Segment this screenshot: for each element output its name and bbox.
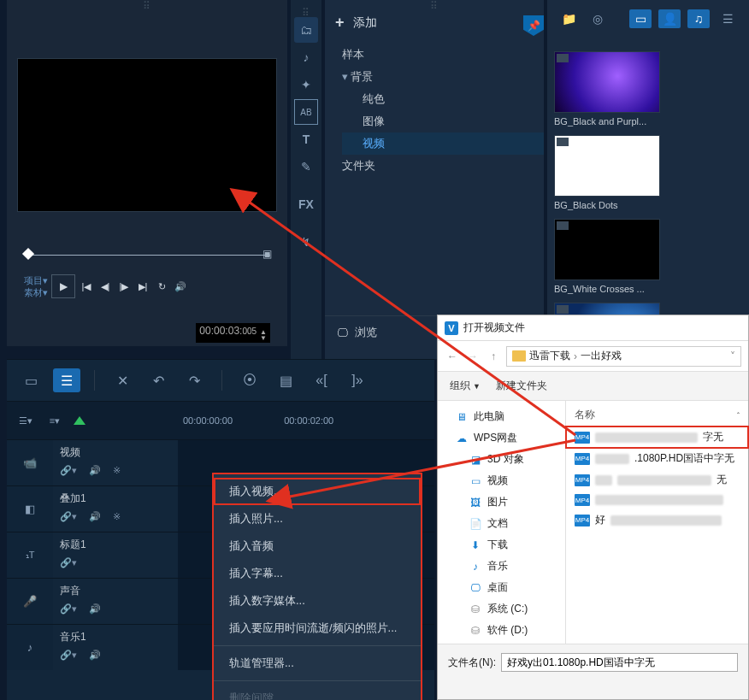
plus-icon[interactable]: + <box>335 14 345 32</box>
add-track-icon[interactable] <box>74 416 86 425</box>
address-bar[interactable]: 迅雷下载 › 一出好戏 ˅ <box>506 346 741 367</box>
filename-input[interactable] <box>501 653 738 672</box>
track-height-icon[interactable]: ≡▾ <box>44 412 65 429</box>
tree-item-video[interactable]: 视频 <box>342 132 544 155</box>
side-d-drive[interactable]: ⛁软件 (D:) <box>438 620 565 641</box>
redo-icon[interactable]: ↷ <box>180 368 208 392</box>
nav-forward-icon[interactable]: → <box>465 349 481 364</box>
file-row[interactable]: MP4 好 <box>566 509 748 531</box>
link-icon[interactable]: 🔗▾ <box>60 603 77 615</box>
music-track-icon[interactable]: ♪ <box>7 625 53 670</box>
library-item[interactable]: BG_Black Dots <box>554 135 660 210</box>
side-c-drive[interactable]: ⛁系统 (C:) <box>438 598 565 620</box>
ctx-insert-timelapse[interactable]: 插入要应用时间流逝/频闪的照片... <box>214 615 421 642</box>
side-this-pc[interactable]: 🖥此电脑 <box>438 406 565 427</box>
mixer-icon[interactable]: ▤ <box>272 368 299 392</box>
crop-icon[interactable]: ▣ <box>262 248 274 260</box>
project-mode-label[interactable]: 项目▾ <box>24 274 48 286</box>
storyboard-view-icon[interactable]: ▭ <box>17 368 44 392</box>
filter-video-icon[interactable]: ▭ <box>629 9 652 28</box>
ctx-insert-video[interactable]: 插入视频... <box>214 478 421 505</box>
ctx-track-manager[interactable]: 轨道管理器... <box>214 650 421 677</box>
side-wps[interactable]: ☁WPS网盘 <box>438 427 565 449</box>
filter-audio-icon[interactable]: ♫ <box>687 9 710 28</box>
fx-icon[interactable]: ※ <box>113 465 121 476</box>
marker-right-icon[interactable]: ]» <box>344 368 371 392</box>
step-forward-button[interactable]: |▶ <box>116 279 132 294</box>
loop-button[interactable]: ↻ <box>154 279 169 294</box>
nav-up-icon[interactable]: ↑ <box>486 349 501 364</box>
capture-icon[interactable]: ◎ <box>587 9 609 28</box>
track-options-icon[interactable]: ☰▾ <box>15 412 36 429</box>
mute-icon[interactable]: 🔊 <box>89 465 101 476</box>
play-button[interactable]: ▶ <box>51 274 75 298</box>
material-mode-label[interactable]: 素材▾ <box>24 286 48 298</box>
title-tab-icon[interactable]: AB <box>294 99 318 125</box>
side-pictures[interactable]: 🖼图片 <box>438 491 565 513</box>
ctx-insert-photo[interactable]: 插入照片... <box>214 505 421 532</box>
ctx-insert-digital[interactable]: 插入数字媒体... <box>214 587 421 615</box>
link-icon[interactable]: 🔗▾ <box>60 465 77 476</box>
column-name-header[interactable]: 名称ˆ <box>566 404 748 426</box>
side-desktop[interactable]: 🖵桌面 <box>438 577 565 598</box>
drag-handle[interactable]: ⠿ <box>325 0 544 7</box>
tree-item-solid[interactable]: 纯色 <box>363 88 544 110</box>
link-icon[interactable]: 🔗▾ <box>60 511 77 522</box>
marker-left-icon[interactable]: «[ <box>308 368 335 392</box>
goto-start-button[interactable]: |◀ <box>79 279 94 294</box>
library-item[interactable]: BG_White Crosses ... <box>554 219 660 294</box>
fx-tab-icon[interactable]: FX <box>294 191 318 217</box>
undo-icon[interactable]: ↶ <box>144 368 172 392</box>
mute-icon[interactable]: 🔊 <box>89 511 101 522</box>
side-3dobjects[interactable]: ◪3D 对象 <box>438 449 565 470</box>
link-icon[interactable]: 🔗▾ <box>60 650 77 661</box>
file-row[interactable]: MP4 无 <box>566 469 748 491</box>
path-tab-icon[interactable]: ↯ <box>294 229 318 255</box>
timeline-view-icon[interactable]: ☰ <box>53 368 80 392</box>
record-icon[interactable]: ⦿ <box>236 368 263 392</box>
ctx-insert-subtitle[interactable]: 插入字幕... <box>214 560 421 587</box>
media-tab-icon[interactable]: 🗂 <box>294 17 318 43</box>
library-item[interactable]: BG_Black and Purpl... <box>554 51 660 126</box>
tools-icon[interactable]: ✕ <box>109 368 136 392</box>
time-ruler[interactable]: 00:00:00:00 00:00:02:00 <box>178 415 434 426</box>
add-label[interactable]: 添加 <box>353 15 377 31</box>
drag-handle[interactable]: ⠿ <box>302 7 310 14</box>
sound-track-icon[interactable]: 🎤 <box>7 579 53 624</box>
new-folder-button[interactable]: 新建文件夹 <box>496 379 547 393</box>
sort-icon[interactable]: ☰ <box>717 9 739 28</box>
side-music[interactable]: ♪音乐 <box>438 556 565 577</box>
step-back-button[interactable]: ◀| <box>97 279 113 294</box>
organize-button[interactable]: 组织▼ <box>450 379 481 393</box>
file-row[interactable]: MP4 .1080P.HD国语中字无 <box>566 448 748 469</box>
tree-item-sample[interactable]: 样本 <box>342 44 544 66</box>
import-folder-icon[interactable]: 📁 <box>557 9 580 28</box>
text-tab-icon[interactable]: T <box>294 126 318 152</box>
side-downloads[interactable]: ⬇下载 <box>438 534 565 556</box>
graphics-tab-icon[interactable]: ✎ <box>294 154 318 179</box>
tree-item-image[interactable]: 图像 <box>363 110 544 132</box>
filter-photo-icon[interactable]: 👤 <box>658 9 681 28</box>
fx-icon[interactable]: ※ <box>113 511 121 522</box>
scrub-bar[interactable]: ▣ <box>24 255 270 256</box>
side-videos[interactable]: ▭视频 <box>438 470 565 491</box>
mute-icon[interactable]: 🔊 <box>89 603 101 615</box>
goto-end-button[interactable]: ▶| <box>135 279 150 294</box>
mute-icon[interactable]: 🔊 <box>89 650 101 661</box>
nav-back-icon[interactable]: ← <box>445 349 460 364</box>
file-row[interactable]: MP4 字无 <box>566 426 748 448</box>
ctx-insert-audio[interactable]: 插入音频 <box>214 532 421 560</box>
file-row[interactable]: MP4 <box>566 491 748 509</box>
timecode-display[interactable]: 00:00:03:005 ▲▼ <box>196 323 270 343</box>
playhead-marker[interactable] <box>22 248 34 260</box>
transition-tab-icon[interactable]: ✦ <box>294 72 318 97</box>
drag-handle[interactable]: ⠿ <box>7 0 287 7</box>
title-track-icon[interactable]: ₁T <box>7 532 53 578</box>
tree-item-folder[interactable]: 文件夹 <box>342 155 544 177</box>
audio-tab-icon[interactable]: ♪ <box>294 44 318 70</box>
video-track-icon[interactable]: 📹 <box>7 440 53 485</box>
side-documents[interactable]: 📄文档 <box>438 513 565 534</box>
tree-item-background[interactable]: ▾背景 <box>342 66 544 88</box>
overlay-track-icon[interactable]: ◧ <box>7 486 53 532</box>
link-icon[interactable]: 🔗▾ <box>60 557 77 568</box>
